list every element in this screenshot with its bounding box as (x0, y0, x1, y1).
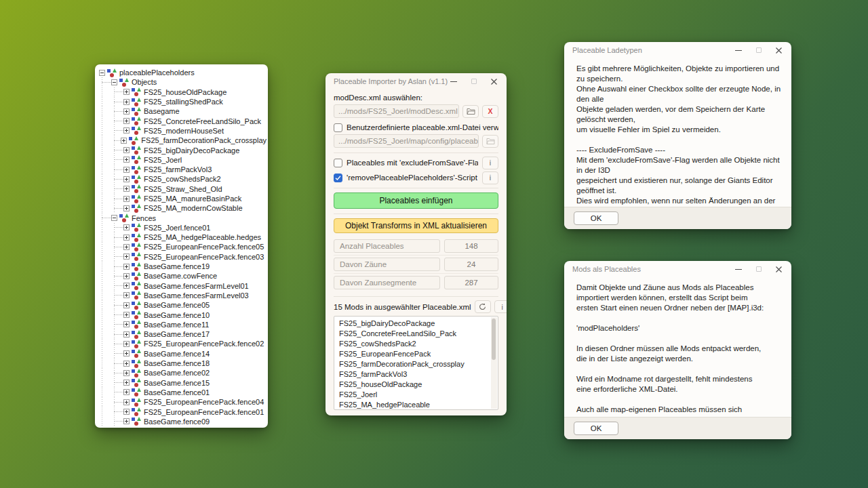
tree-item[interactable]: BaseGame.fence05 (95, 300, 267, 310)
tree-expander-icon[interactable] (123, 292, 130, 298)
ok-button[interactable]: OK (574, 422, 618, 435)
ok-button[interactable]: OK (574, 211, 618, 225)
remove-placeholders-checkbox[interactable] (334, 174, 342, 182)
tree-expander-icon[interactable] (123, 244, 130, 250)
tree-expander-icon[interactable] (123, 224, 130, 230)
tree-expander-icon[interactable] (123, 302, 130, 308)
tree-item[interactable]: FS25_stallingShedPack (95, 97, 267, 106)
tree-item[interactable]: BaseGame.fence09 (95, 417, 267, 426)
tree-item[interactable]: FS25_cowShedsPack2 (95, 174, 267, 184)
tree-expander-icon[interactable] (123, 127, 130, 134)
browse-placeable-button[interactable] (482, 135, 498, 148)
browse-moddesc-button[interactable] (462, 105, 479, 118)
tree-expander-icon[interactable] (123, 235, 130, 241)
tree-expander-icon[interactable] (123, 418, 130, 424)
list-item[interactable]: FS25_cowShedsPack2 (334, 339, 498, 349)
tree-item[interactable]: FS25_MA_hedgePlaceable.hedges (95, 232, 267, 242)
tree-expander-icon[interactable] (99, 70, 105, 76)
tree-item[interactable]: FS25_Straw_Shed_Old (95, 184, 267, 194)
tree-expander-icon[interactable] (123, 89, 130, 95)
tree-item[interactable]: BaseGame.fence02 (95, 368, 267, 378)
tree-item[interactable]: Fences (95, 213, 267, 222)
maximize-icon[interactable] (755, 47, 762, 54)
tree-expander-icon[interactable] (123, 331, 130, 338)
importer-titlebar[interactable]: Placeable Importer by Aslan (v1.1) (326, 73, 507, 89)
tree-item[interactable]: FS25_farmPackVol3 (95, 165, 267, 174)
tree-item[interactable]: BaseGame.fence17 (95, 329, 267, 339)
tree-expander-icon[interactable] (123, 253, 130, 260)
tree-item[interactable]: FS25_EuropeanFencePack.fence02 (95, 339, 267, 348)
list-item[interactable]: FS25_farmPackVol3 (334, 369, 498, 380)
list-item[interactable]: FS25_houseOldPackage (334, 380, 498, 390)
tree-expander-icon[interactable] (123, 389, 130, 395)
tree-expander-icon[interactable] (111, 79, 117, 85)
minimize-icon[interactable] (734, 266, 742, 273)
tree-expander-icon[interactable] (123, 370, 130, 376)
tree-item[interactable]: BaseGame.cowFence (95, 271, 267, 281)
clear-moddesc-button[interactable]: X (482, 105, 498, 118)
tree-item[interactable]: FS25_EuropeanFencePack.fence04 (95, 397, 267, 407)
tree-item[interactable]: placeablePlaceholders (95, 68, 267, 77)
custom-placeable-checkbox[interactable] (334, 123, 342, 132)
tree-expander-icon[interactable] (123, 350, 130, 357)
insert-placeables-button[interactable]: Placeables einfügen (334, 192, 498, 209)
tree-item[interactable]: FS25_MA_manureBasinPack (95, 194, 267, 203)
tree-item[interactable]: FS25_MA_modernCowStable (95, 203, 267, 213)
tree-expander-icon[interactable] (111, 215, 117, 221)
tree-expander-icon[interactable] (121, 138, 127, 144)
tree-item[interactable]: BaseGame.fence11 (95, 320, 267, 329)
list-item[interactable]: FS25_EuropeanFencePack (334, 349, 498, 359)
moddesc-path-field[interactable]: .../mods/FS25_Joerl/modDesc.xml (334, 104, 459, 118)
tree-item[interactable]: BaseGame.fencesFarmLevel03 (95, 291, 267, 300)
list-item[interactable]: FS25_bigDairyDecoPackage (334, 319, 498, 329)
scrollbar[interactable] (491, 317, 497, 409)
tree-expander-icon[interactable] (123, 167, 130, 173)
tree-item[interactable]: FS25_EuropeanFencePack.fence03 (95, 252, 267, 262)
tree-expander-icon[interactable] (123, 321, 130, 327)
maximize-icon[interactable] (755, 266, 762, 273)
tree-item[interactable]: BaseGame.fence15 (95, 378, 267, 388)
tree-item[interactable]: FS25_bigDairyDecoPackage (95, 145, 267, 155)
close-icon[interactable] (775, 266, 783, 273)
tree-item[interactable]: FS25_EuropeanFencePack.fence01 (95, 407, 267, 416)
tree-expander-icon[interactable] (123, 99, 130, 105)
remove-info-button[interactable]: i (482, 171, 498, 184)
tree-expander-icon[interactable] (123, 205, 130, 211)
tree-item[interactable]: Basegame (95, 106, 267, 116)
ladetypen-titlebar[interactable]: Placeable Ladetypen (564, 42, 791, 58)
tree-item[interactable]: BaseGame.fence10 (95, 310, 267, 319)
tree-expander-icon[interactable] (123, 409, 130, 415)
refresh-button[interactable] (475, 300, 491, 313)
list-item[interactable]: FS25_ConcreteFreeLandSilo_Pack (334, 329, 498, 339)
custom-placeable-path-field[interactable]: .../mods/FS25_Joerl/map/config/placeable… (334, 134, 479, 148)
tree-expander-icon[interactable] (123, 399, 130, 405)
tree-item[interactable]: Objects (95, 77, 267, 87)
tree-expander-icon[interactable] (123, 283, 130, 289)
tree-item[interactable]: FS25_Joerl (95, 155, 267, 165)
tree-item[interactable]: FS25_modernHouseSet (95, 126, 267, 136)
tree-expander-icon[interactable] (123, 108, 130, 115)
tree-item[interactable]: FS25_farmDecorationPack_crossplay (95, 136, 267, 145)
tree-expander-icon[interactable] (123, 118, 130, 124)
tree-expander-icon[interactable] (123, 147, 130, 153)
tree-expander-icon[interactable] (123, 361, 130, 367)
update-transforms-button[interactable]: Objekt Transforms in XML aktualisieren (334, 218, 498, 233)
tree-item[interactable]: BaseGame.fence14 (95, 349, 267, 359)
minimize-icon[interactable] (734, 47, 742, 54)
list-item[interactable]: FS25_MA_hedgePlaceable (334, 400, 498, 410)
close-icon[interactable] (490, 78, 498, 85)
tree-expander-icon[interactable] (123, 341, 130, 347)
list-item[interactable]: FS25_Joerl (334, 390, 498, 400)
exclude-from-save-checkbox[interactable] (334, 159, 342, 167)
tree-expander-icon[interactable] (123, 157, 130, 163)
tree-item[interactable]: BaseGame.fence01 (95, 388, 267, 397)
maximize-icon[interactable] (470, 78, 477, 85)
exclude-info-button[interactable]: i (482, 157, 498, 169)
tree-expander-icon[interactable] (123, 273, 130, 279)
tree-expander-icon[interactable] (123, 186, 130, 192)
tree-expander-icon[interactable] (123, 264, 130, 270)
minimize-icon[interactable] (450, 78, 457, 85)
tree-expander-icon[interactable] (123, 380, 130, 386)
mods-info-button[interactable]: i (494, 300, 507, 313)
tree-expander-icon[interactable] (123, 196, 130, 202)
